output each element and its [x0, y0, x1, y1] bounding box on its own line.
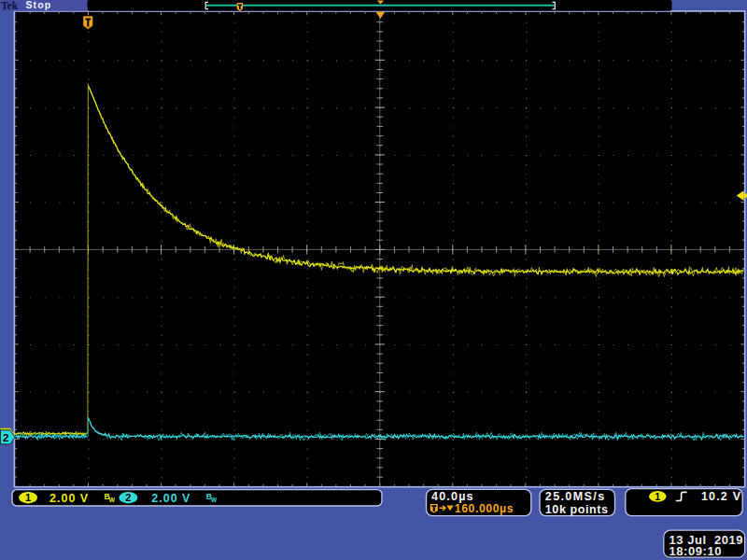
svg-text:10k points: 10k points [545, 503, 609, 516]
svg-text:160.000µs: 160.000µs [455, 502, 514, 515]
svg-text:2.00 V: 2.00 V [151, 492, 190, 505]
svg-text:2: 2 [125, 492, 131, 503]
svg-text:Tek: Tek [1, 0, 19, 11]
svg-text:2.00 V: 2.00 V [49, 492, 89, 505]
svg-text:W: W [211, 497, 218, 503]
svg-text:18:09:10: 18:09:10 [669, 544, 722, 558]
svg-text:25.0MS/s: 25.0MS/s [545, 490, 606, 503]
svg-text:1: 1 [25, 492, 31, 503]
svg-text:1: 1 [655, 491, 660, 502]
svg-text:40.0µs: 40.0µs [431, 490, 474, 503]
svg-text:W: W [109, 497, 116, 503]
svg-text:2: 2 [3, 432, 8, 443]
svg-text:10.2 V: 10.2 V [701, 490, 741, 503]
svg-text:Stop: Stop [26, 0, 52, 10]
